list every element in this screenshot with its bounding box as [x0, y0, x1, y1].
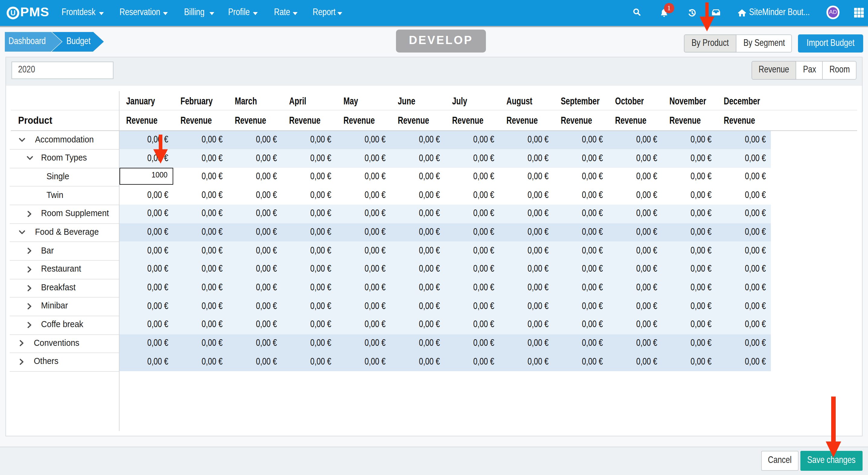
svg-text:U: U [10, 9, 16, 17]
